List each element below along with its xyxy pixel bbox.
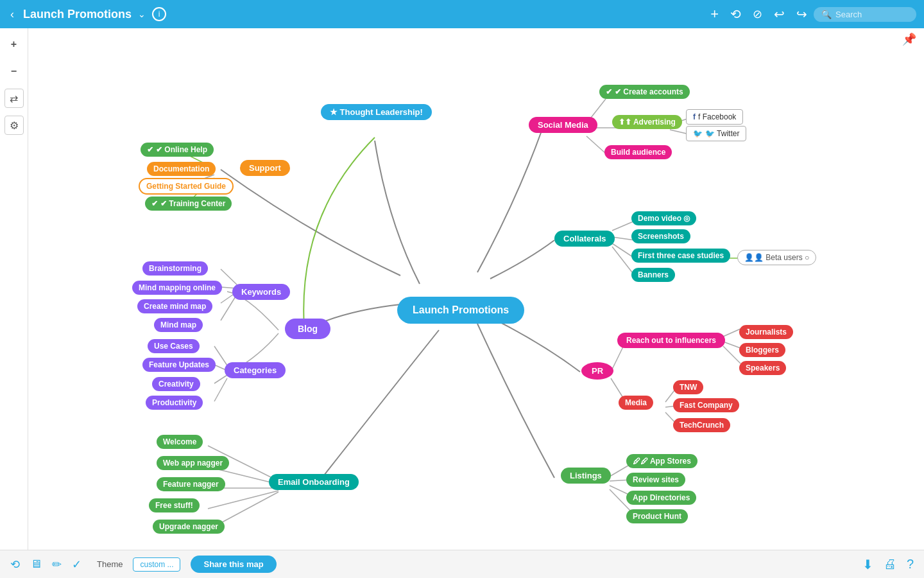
monitor-icon[interactable]: 🖥 — [30, 557, 42, 571]
clock-icon[interactable]: ⊘ — [753, 7, 762, 21]
twitter-node[interactable]: 🐦 🐦 Twitter — [686, 126, 746, 141]
email-onboarding-label: Email Onboarding — [278, 477, 350, 487]
fast-company-node[interactable]: Fast Company — [673, 398, 739, 412]
create-accounts-node[interactable]: ✔✔ Create accounts — [599, 85, 690, 99]
advertising-node[interactable]: ⬆⬆ Advertising — [612, 115, 682, 129]
online-help-node[interactable]: ✔✔ Online Help — [141, 143, 214, 157]
feature-updates-node[interactable]: Feature Updates — [142, 358, 216, 372]
zoom-out-button[interactable]: − — [4, 62, 24, 81]
screenshots-node[interactable]: Screenshots — [631, 229, 690, 243]
page-title: Launch Promotions — [23, 8, 132, 21]
tnw-node[interactable]: TNW — [673, 380, 703, 394]
collaterals-label: Collaterals — [563, 234, 606, 243]
pen-icon[interactable]: ✏ — [52, 557, 62, 572]
search-icon: 🔍 — [821, 10, 832, 19]
app-stores-node[interactable]: 🖊🖊 App Stores — [626, 454, 697, 468]
support-node[interactable]: Support — [240, 160, 290, 176]
mind-mapping-node[interactable]: Mind mapping online — [132, 281, 222, 295]
undo-icon[interactable]: ↩ — [774, 6, 785, 22]
listings-node[interactable]: Listings — [561, 468, 611, 484]
svg-line-12 — [723, 329, 740, 337]
getting-started-node[interactable]: Getting Started Guide — [139, 178, 234, 195]
mind-map-node[interactable]: Mind map — [154, 318, 203, 332]
history-bottom-icon[interactable]: ⟲ — [10, 557, 20, 572]
documentation-node[interactable]: Documentation — [147, 162, 216, 176]
creativity-node[interactable]: Creativity — [152, 377, 200, 391]
review-sites-node[interactable]: Review sites — [626, 473, 685, 487]
search-placeholder: Search — [835, 10, 862, 19]
search-box[interactable]: 🔍 Search — [814, 7, 916, 22]
welcome-node[interactable]: Welcome — [157, 435, 203, 449]
info-button[interactable]: i — [152, 7, 166, 21]
categories-label: Categories — [234, 365, 277, 375]
pin-icon[interactable]: 📌 — [902, 32, 916, 46]
thought-leadership-node[interactable]: ★ Thought Leadership! — [321, 104, 432, 120]
add-icon[interactable]: + — [710, 6, 719, 22]
settings-button[interactable]: ⚙ — [4, 116, 24, 135]
share-map-button[interactable]: Share this map — [191, 556, 276, 573]
demo-video-node[interactable]: Demo video ◎ — [631, 211, 696, 225]
header: ‹ Launch Promotions ⌄ i + ⟲ ⊘ ↩ ↪ 🔍 Sear… — [0, 0, 924, 28]
info-icon: i — [158, 10, 160, 19]
toolbar: + ⟲ ⊘ ↩ ↪ — [710, 6, 807, 22]
blog-label: Blog — [298, 324, 318, 334]
app-directories-node[interactable]: App Directories — [626, 491, 696, 505]
feature-nagger-node[interactable]: Feature nagger — [157, 477, 225, 491]
first-three-node[interactable]: First three case studies — [631, 249, 730, 263]
svg-line-8 — [612, 247, 635, 276]
theme-custom-button[interactable]: custom ... — [133, 557, 180, 572]
redo-icon[interactable]: ↪ — [796, 6, 807, 22]
keywords-label: Keywords — [241, 287, 281, 297]
email-onboarding-node[interactable]: Email Onboarding — [269, 474, 359, 490]
back-button[interactable]: ‹ — [8, 5, 17, 24]
left-sidebar: + − ⇄ ⚙ — [0, 28, 28, 550]
speakers-node[interactable]: Speakers — [739, 361, 786, 375]
svg-line-5 — [612, 221, 635, 231]
title-caret[interactable]: ⌄ — [138, 9, 146, 19]
collaterals-node[interactable]: Collaterals — [554, 231, 615, 247]
print-icon[interactable]: 🖨 — [884, 557, 896, 572]
create-mind-map-node[interactable]: Create mind map — [137, 299, 212, 313]
build-audience-node[interactable]: Build audience — [604, 145, 672, 159]
training-center-node[interactable]: ✔✔ Training Center — [145, 197, 232, 211]
svg-line-31 — [221, 269, 237, 285]
web-app-nagger-node[interactable]: Web app nagger — [157, 456, 229, 470]
productivity-node[interactable]: Productivity — [146, 396, 203, 410]
categories-node[interactable]: Categories — [225, 362, 286, 378]
support-label: Support — [249, 163, 281, 173]
use-cases-node[interactable]: Use Cases — [148, 339, 200, 353]
center-node[interactable]: Launch Promotions — [397, 297, 524, 324]
journalists-node[interactable]: Journalists — [739, 325, 793, 339]
banners-node[interactable]: Banners — [631, 268, 675, 282]
thought-leadership-label: ★ Thought Leadership! — [330, 107, 423, 117]
help-icon[interactable]: ? — [907, 557, 914, 572]
svg-line-25 — [208, 491, 278, 509]
download-icon[interactable]: ⬇ — [862, 557, 873, 572]
check-bottom-icon[interactable]: ✓ — [72, 557, 81, 572]
upgrade-nagger-node[interactable]: Upgrade nagger — [153, 520, 225, 534]
build-audience-label: Build audience — [611, 148, 665, 157]
product-hunt-node[interactable]: Product Hunt — [626, 509, 688, 523]
free-stuff-node[interactable]: Free stuff! — [149, 498, 200, 512]
shuffle-button[interactable]: ⇄ — [4, 89, 24, 108]
zoom-in-button[interactable]: + — [4, 35, 24, 54]
reach-influencers-node[interactable]: Reach out to influencers — [617, 333, 725, 348]
svg-line-38 — [214, 378, 227, 401]
svg-line-2 — [586, 136, 606, 153]
social-media-node[interactable]: Social Media — [529, 117, 597, 133]
history-icon[interactable]: ⟲ — [730, 6, 741, 22]
beta-users-node[interactable]: 👤👤 Beta users ○ — [737, 250, 816, 265]
documentation-label: Documentation — [153, 164, 209, 173]
svg-line-13 — [723, 342, 740, 348]
svg-line-14 — [723, 346, 740, 363]
facebook-node[interactable]: f f Facebook — [686, 109, 743, 125]
blog-node[interactable]: Blog — [285, 319, 330, 339]
brainstorming-node[interactable]: Brainstorming — [142, 261, 208, 276]
keywords-node[interactable]: Keywords — [232, 284, 290, 300]
theme-label: Theme — [97, 559, 123, 569]
media-node[interactable]: Media — [619, 396, 653, 410]
bloggers-node[interactable]: Bloggers — [739, 343, 785, 357]
techcrunch-node[interactable]: TechCrunch — [673, 418, 730, 432]
pr-node[interactable]: PR — [581, 362, 613, 380]
getting-started-label: Getting Started Guide — [146, 182, 226, 191]
